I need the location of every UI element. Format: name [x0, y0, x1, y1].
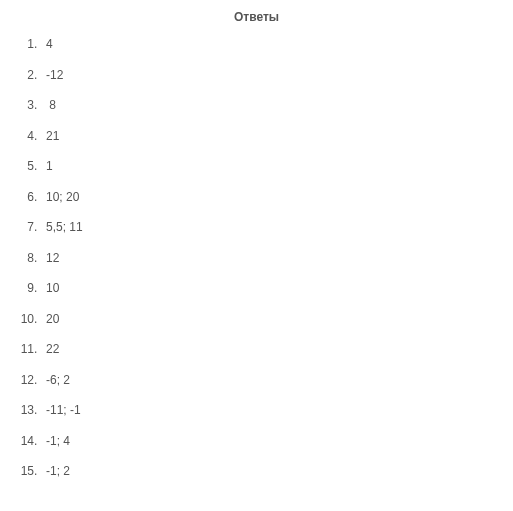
answer-value: 10; 20 — [46, 191, 79, 203]
answer-value: 20 — [46, 313, 59, 325]
answer-row: 7 . 5,5; 11 — [14, 221, 513, 233]
answers-heading: Ответы — [0, 0, 513, 38]
answer-value: 8 — [46, 99, 56, 111]
answer-row: 14 . -1; 4 — [14, 435, 513, 447]
answer-number: 15 — [14, 465, 34, 477]
answer-value: -1; 2 — [46, 465, 70, 477]
answer-dot: . — [34, 282, 46, 294]
answer-value: 12 — [46, 252, 59, 264]
answer-dot: . — [34, 221, 46, 233]
answer-number: 6 — [14, 191, 34, 203]
answer-value: 10 — [46, 282, 59, 294]
answer-dot: . — [34, 374, 46, 386]
answer-number: 11 — [14, 343, 34, 355]
answer-row: 13 . -11; -1 — [14, 404, 513, 416]
answer-row: 2 . -12 — [14, 69, 513, 81]
answer-dot: . — [34, 465, 46, 477]
answer-number: 3 — [14, 99, 34, 111]
answer-number: 7 — [14, 221, 34, 233]
answer-number: 13 — [14, 404, 34, 416]
answer-value: -11; -1 — [46, 404, 81, 416]
answer-value: 4 — [46, 38, 53, 50]
answer-dot: . — [34, 160, 46, 172]
answer-dot: . — [34, 404, 46, 416]
answer-value: 5,5; 11 — [46, 221, 83, 233]
answer-value: 21 — [46, 130, 59, 142]
answer-row: 3 . 8 — [14, 99, 513, 111]
answer-number: 4 — [14, 130, 34, 142]
answer-value: -1; 4 — [46, 435, 70, 447]
answer-dot: . — [34, 313, 46, 325]
answer-row: 9 . 10 — [14, 282, 513, 294]
answer-value: -12 — [46, 69, 63, 81]
answer-row: 10 . 20 — [14, 313, 513, 325]
answer-row: 12 . -6; 2 — [14, 374, 513, 386]
answer-value: 22 — [46, 343, 59, 355]
answer-dot: . — [34, 69, 46, 81]
answer-number: 5 — [14, 160, 34, 172]
answer-row: 4 . 21 — [14, 130, 513, 142]
answer-number: 8 — [14, 252, 34, 264]
answer-dot: . — [34, 191, 46, 203]
answer-row: 1 . 4 — [14, 38, 513, 50]
answer-number: 9 — [14, 282, 34, 294]
answer-row: 5 . 1 — [14, 160, 513, 172]
answer-number: 1 — [14, 38, 34, 50]
answer-dot: . — [34, 99, 46, 111]
answer-row: 11 . 22 — [14, 343, 513, 355]
answer-row: 15 . -1; 2 — [14, 465, 513, 477]
answer-dot: . — [34, 130, 46, 142]
answers-list: 1 . 4 2 . -12 3 . 8 4 . 21 5 . 1 6 . 10;… — [0, 38, 513, 477]
answer-number: 2 — [14, 69, 34, 81]
answer-dot: . — [34, 252, 46, 264]
answer-value: -6; 2 — [46, 374, 70, 386]
answer-row: 6 . 10; 20 — [14, 191, 513, 203]
answer-value: 1 — [46, 160, 53, 172]
answer-number: 14 — [14, 435, 34, 447]
answer-dot: . — [34, 38, 46, 50]
answer-number: 10 — [14, 313, 34, 325]
answer-dot: . — [34, 343, 46, 355]
answer-row: 8 . 12 — [14, 252, 513, 264]
answer-number: 12 — [14, 374, 34, 386]
answer-dot: . — [34, 435, 46, 447]
